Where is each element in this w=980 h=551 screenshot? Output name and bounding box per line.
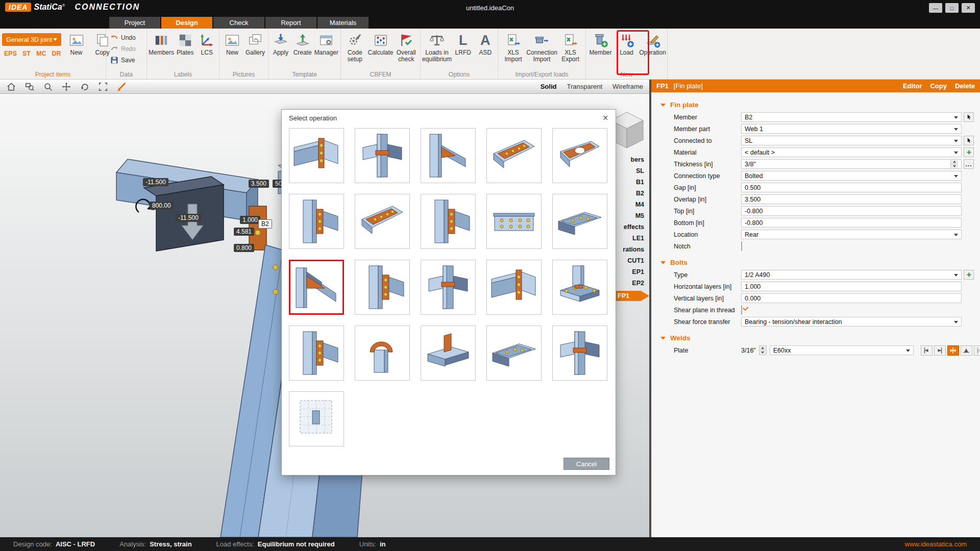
cancel-button[interactable]: Cancel xyxy=(564,458,609,470)
tab-project[interactable]: Project xyxy=(109,17,160,29)
apply-template-button[interactable]: Apply xyxy=(271,31,291,71)
operation-tile[interactable] xyxy=(355,194,410,249)
zoom-window-icon[interactable] xyxy=(24,82,35,92)
operation-tile[interactable] xyxy=(421,325,476,381)
close-icon[interactable]: ✕ xyxy=(602,114,608,122)
close-button[interactable]: ✕ xyxy=(962,3,975,13)
pick-connected-button[interactable] xyxy=(964,136,974,145)
new-project-button[interactable]: New xyxy=(64,31,89,56)
weld-size-stepper[interactable] xyxy=(759,345,767,355)
electrode-dropdown[interactable]: E60xx xyxy=(770,345,914,355)
create-template-button[interactable]: Create xyxy=(292,31,313,71)
operation-tile[interactable] xyxy=(289,128,344,183)
operation-tile[interactable] xyxy=(289,194,344,249)
xls-export-button[interactable]: XLS Export xyxy=(558,31,583,71)
plates-labels-button[interactable]: Plates xyxy=(175,31,195,71)
notch-checkbox[interactable] xyxy=(741,241,742,251)
code-st-button[interactable]: ST xyxy=(22,50,31,57)
new-member-button[interactable]: Member xyxy=(589,31,613,71)
tab-check[interactable]: Check xyxy=(213,17,264,29)
gallery-button[interactable]: Gallery xyxy=(244,31,266,71)
operation-tile[interactable] xyxy=(552,128,607,183)
zoom-fit-icon[interactable] xyxy=(98,82,108,92)
operation-tile[interactable] xyxy=(552,325,607,381)
calculate-button[interactable]: Calculate xyxy=(369,31,393,71)
display-mode-transparent[interactable]: Transparent xyxy=(567,83,602,90)
xls-import-button[interactable]: XLS Import xyxy=(501,31,526,71)
new-picture-button[interactable]: New xyxy=(222,31,243,71)
delete-operation-button[interactable]: Delete xyxy=(955,82,975,90)
joint-type-dropdown[interactable]: General 3D joint xyxy=(2,33,61,46)
save-button[interactable]: Save xyxy=(108,55,144,65)
weld-type-none-button[interactable] xyxy=(974,345,980,356)
paint-brush-icon[interactable] xyxy=(116,82,127,92)
overlap-input[interactable]: 3.500 xyxy=(741,194,962,204)
home-icon[interactable] xyxy=(6,82,16,92)
display-mode-solid[interactable]: Solid xyxy=(541,83,557,90)
operation-tile[interactable] xyxy=(486,325,542,381)
tab-design[interactable]: Design xyxy=(161,17,212,29)
weld-type-butt-button[interactable] xyxy=(961,345,972,356)
pan-icon[interactable] xyxy=(61,82,71,92)
undo-button[interactable]: Undo xyxy=(108,33,144,43)
material-dropdown[interactable]: < default > xyxy=(741,147,962,157)
operation-tile[interactable] xyxy=(552,260,607,315)
shear-transfer-dropdown[interactable]: Bearing - tension/shear interaction xyxy=(741,317,962,327)
shear-plane-checkbox[interactable] xyxy=(741,305,742,315)
connected-to-dropdown[interactable]: SL xyxy=(741,136,962,145)
operation-tile[interactable] xyxy=(289,391,344,446)
zoom-icon[interactable] xyxy=(43,82,53,92)
bolt-type-dropdown[interactable]: 1/2 A490 xyxy=(741,270,962,280)
connection-import-button[interactable]: Connection Import xyxy=(527,31,557,71)
weld-type-right-button[interactable] xyxy=(934,345,946,356)
operation-tile[interactable] xyxy=(421,128,476,183)
operation-tile[interactable] xyxy=(552,194,607,249)
operation-tile[interactable] xyxy=(486,128,542,183)
thickness-stepper[interactable] xyxy=(950,160,958,168)
display-mode-wireframe[interactable]: Wireframe xyxy=(612,83,643,90)
thickness-more-button[interactable]: ... xyxy=(964,159,974,169)
bottom-input[interactable]: -0.800 xyxy=(741,218,962,228)
section-bolts[interactable]: Bolts xyxy=(660,256,974,269)
code-setup-button[interactable]: Code setup xyxy=(343,31,367,71)
operation-tile[interactable] xyxy=(421,194,476,249)
members-labels-button[interactable]: Members xyxy=(149,31,174,71)
lrfd-button[interactable]: L LRFD xyxy=(453,31,474,71)
operation-tile[interactable] xyxy=(355,128,410,183)
redo-button[interactable]: Redo xyxy=(108,44,144,54)
operation-tile[interactable] xyxy=(289,325,344,381)
copy-operation-button[interactable]: Copy xyxy=(930,82,947,90)
connection-type-dropdown[interactable]: Bolted xyxy=(741,171,962,181)
overall-check-button[interactable]: Overall check xyxy=(395,31,419,71)
lcs-labels-button[interactable]: LCS xyxy=(197,31,217,71)
thickness-input[interactable]: 3/8" xyxy=(741,159,962,169)
member-part-dropdown[interactable]: Web 1 xyxy=(741,124,962,134)
asd-button[interactable]: A ASD xyxy=(475,31,496,71)
maximize-button[interactable]: □ xyxy=(945,3,959,13)
weld-type-both-button[interactable] xyxy=(947,345,959,356)
tab-report[interactable]: Report xyxy=(265,17,316,29)
vertical-layers-input[interactable]: 0.000 xyxy=(741,293,962,303)
operation-tile[interactable] xyxy=(486,260,542,315)
operation-tile[interactable] xyxy=(355,325,410,381)
weld-type-left-button[interactable] xyxy=(921,345,933,356)
operation-tile-selected[interactable] xyxy=(289,260,344,315)
new-load-button[interactable]: Load xyxy=(615,31,639,71)
code-eps-button[interactable]: EPS xyxy=(4,50,17,57)
add-bolt-type-button[interactable] xyxy=(964,270,974,280)
website-link[interactable]: www.ideastatica.com xyxy=(905,540,967,548)
section-welds[interactable]: Welds xyxy=(660,332,974,344)
code-dr-button[interactable]: DR xyxy=(52,50,61,57)
operation-tile[interactable] xyxy=(355,260,410,315)
location-dropdown[interactable]: Rear xyxy=(741,230,962,239)
horizontal-layers-input[interactable]: 1.000 xyxy=(741,282,962,291)
code-mc-button[interactable]: MC xyxy=(36,50,46,57)
top-input[interactable]: -0.800 xyxy=(741,206,962,216)
gap-input[interactable]: 0.500 xyxy=(741,183,962,192)
member-dropdown[interactable]: B2 xyxy=(741,112,962,122)
section-fin-plate[interactable]: Fin plate xyxy=(660,98,974,111)
add-material-button[interactable] xyxy=(964,147,974,157)
pick-member-button[interactable] xyxy=(964,112,974,122)
editor-button[interactable]: Editor xyxy=(903,82,922,90)
operation-tile[interactable] xyxy=(421,260,476,315)
